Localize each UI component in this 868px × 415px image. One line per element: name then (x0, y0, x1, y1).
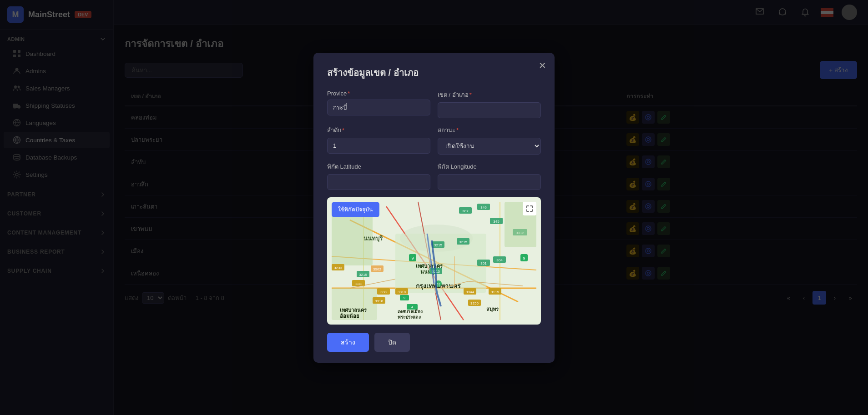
modal-title: สร้างข้อมูลเขต / อำเภอ (327, 65, 541, 80)
province-input[interactable] (327, 100, 430, 115)
district-input[interactable] (438, 102, 541, 118)
order-input[interactable] (327, 138, 430, 154)
province-label: Provice* (327, 90, 430, 97)
status-label: สถานะ* (438, 125, 541, 135)
svg-text:เทศบาลนคร: เทศบาลนคร (340, 307, 367, 313)
lat-group: พิกัด Latitude (327, 162, 430, 190)
svg-text:3902: 3902 (373, 267, 381, 271)
svg-text:3119: 3119 (491, 290, 499, 294)
submit-button[interactable]: สร้าง (327, 333, 369, 352)
svg-text:345: 345 (493, 220, 500, 224)
status-select[interactable]: เปิดใช้งาน ปิดใช้งาน (438, 138, 541, 155)
svg-text:9: 9 (523, 256, 525, 260)
svg-text:9: 9 (404, 296, 405, 300)
svg-text:3256: 3256 (470, 301, 479, 305)
svg-text:สมุทร: สมุทร (486, 306, 499, 312)
use-location-button[interactable]: ใช้พิกัดปัจจุบัน (332, 202, 379, 217)
svg-text:3310: 3310 (398, 290, 406, 294)
province-district-row: Provice* เขต / อำเภอ* (327, 90, 541, 118)
lng-label: พิกัด Longitude (438, 162, 541, 171)
svg-text:9: 9 (411, 256, 414, 260)
svg-text:อ้อมน้อย: อ้อมน้อย (340, 313, 359, 319)
svg-text:3215: 3215 (434, 243, 442, 247)
create-modal: สร้างข้อมูลเขต / อำเภอ ✕ Provice* เขต / … (313, 53, 555, 363)
order-status-row: ลำดับ* สถานะ* เปิดใช้งาน ปิดใช้งาน (327, 125, 541, 155)
svg-text:338: 338 (380, 290, 387, 294)
map-container: ใช้พิกัดปัจจุบัน 307 (327, 197, 541, 325)
lng-input[interactable] (438, 174, 541, 190)
svg-text:พระประแดง: พระประแดง (398, 315, 421, 320)
svg-text:3233: 3233 (334, 266, 342, 270)
district-label: เขต / อำเภอ* (438, 90, 541, 100)
svg-text:เทศบาลเมือง: เทศบาลเมือง (398, 309, 423, 314)
svg-text:4: 4 (411, 305, 413, 309)
svg-text:31: 31 (437, 283, 440, 286)
lat-lng-row: พิกัด Latitude พิกัด Longitude (327, 162, 541, 190)
svg-text:307: 307 (462, 209, 469, 213)
modal-actions: สร้าง ปิด (327, 333, 541, 352)
lat-input[interactable] (327, 174, 430, 190)
svg-text:นนทบุรี: นนทบุรี (363, 235, 383, 242)
status-group: สถานะ* เปิดใช้งาน ปิดใช้งาน (438, 125, 541, 155)
cancel-button[interactable]: ปิด (374, 333, 410, 352)
svg-text:3316: 3316 (375, 299, 383, 303)
svg-text:351: 351 (480, 261, 487, 265)
svg-text:3344: 3344 (466, 290, 474, 294)
svg-text:3215: 3215 (359, 273, 367, 277)
modal-overlay: สร้างข้อมูลเขต / อำเภอ ✕ Provice* เขต / … (0, 0, 868, 415)
province-group: Provice* (327, 90, 430, 118)
svg-text:3215: 3215 (459, 240, 467, 244)
district-group: เขต / อำเภอ* (438, 90, 541, 118)
svg-text:304: 304 (496, 258, 503, 262)
expand-icon (526, 205, 533, 212)
order-group: ลำดับ* (327, 125, 430, 155)
svg-text:338: 338 (355, 282, 362, 286)
lng-group: พิกัด Longitude (438, 162, 541, 190)
order-label: ลำดับ* (327, 125, 430, 135)
lat-label: พิกัด Latitude (327, 162, 430, 171)
map-expand-button[interactable] (523, 202, 536, 215)
modal-close-button[interactable]: ✕ (539, 60, 546, 71)
svg-text:346: 346 (480, 205, 487, 210)
